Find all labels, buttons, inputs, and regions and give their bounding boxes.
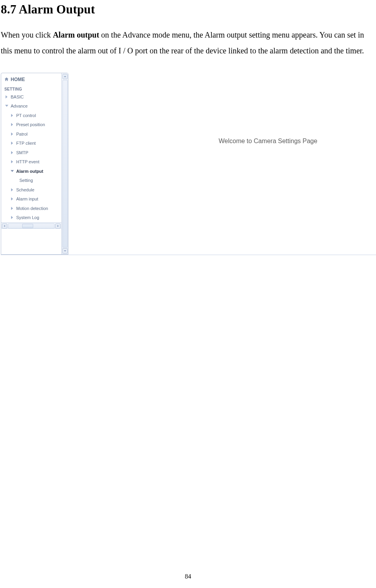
page-number: 84: [0, 573, 376, 580]
nav-item-label: Setting: [19, 178, 33, 183]
nav-item-label: Motion detection: [16, 206, 48, 211]
home-icon: [4, 77, 9, 82]
chevron-right-icon: [4, 95, 9, 99]
nav-basic-label: BASIC: [11, 95, 24, 99]
nav-item-alarm-input[interactable]: Alarm input: [2, 195, 61, 204]
nav-item-smtp[interactable]: SMTP: [2, 148, 61, 157]
nav-advance-label: Advance: [11, 104, 28, 108]
nav-item-alarm-output[interactable]: Alarm output: [2, 166, 61, 176]
settings-screenshot: HOME SETTING BASIC: [1, 73, 376, 255]
chevron-down-icon: [10, 169, 14, 173]
scroll-thumb[interactable]: [62, 80, 68, 248]
body-bold: Alarm output: [53, 30, 99, 39]
nav-item-ftp-client[interactable]: FTP client: [2, 139, 61, 148]
nav-item-label: Alarm input: [16, 197, 38, 201]
sidebar-hscrollbar[interactable]: [1, 222, 61, 229]
chevron-right-icon: [10, 187, 14, 192]
scroll-thumb[interactable]: [22, 224, 33, 228]
nav-item-label: PT control: [16, 113, 36, 118]
nav-tree: HOME SETTING BASIC: [1, 73, 61, 222]
nav-item-http-event[interactable]: HTTP event: [2, 157, 61, 167]
scroll-down-icon[interactable]: [62, 248, 68, 253]
body-pre: When you click: [1, 30, 53, 39]
section-title: 8.7 Alarm Output: [1, 2, 375, 17]
scroll-right-icon[interactable]: [55, 223, 60, 229]
welcome-text: Welcome to Camera Settings Page: [219, 138, 317, 145]
nav-advance[interactable]: Advance: [2, 102, 61, 111]
sidebar-vscrollbar[interactable]: [61, 73, 68, 254]
chevron-right-icon: [10, 123, 14, 127]
nav-item-label: Preset position: [16, 122, 45, 127]
nav-item-preset-position[interactable]: Preset position: [2, 120, 61, 130]
nav-home-label: HOME: [11, 77, 25, 82]
nav-item-label: Patrol: [16, 132, 28, 136]
scroll-left-icon[interactable]: [2, 223, 7, 229]
chevron-right-icon: [10, 141, 14, 146]
chevron-down-icon: [4, 104, 9, 108]
nav-item-patrol[interactable]: Patrol: [2, 129, 61, 139]
nav-item-label: Alarm output: [16, 169, 43, 174]
nav-group-setting: SETTING: [2, 84, 61, 92]
chevron-right-icon: [10, 160, 14, 164]
chevron-right-icon: [10, 132, 14, 136]
chevron-right-icon: [10, 197, 14, 201]
chevron-right-icon: [10, 206, 14, 210]
nav-item-label: SMTP: [16, 150, 28, 155]
scroll-track[interactable]: [8, 223, 55, 229]
nav-home[interactable]: HOME: [2, 75, 61, 84]
nav-item-pt-control[interactable]: PT control: [2, 111, 61, 120]
nav-basic[interactable]: BASIC: [2, 92, 61, 102]
nav-item-label: HTTP event: [16, 159, 40, 164]
chevron-right-icon: [10, 216, 14, 220]
nav-item-system-log[interactable]: System Log: [2, 213, 61, 223]
scroll-up-icon[interactable]: [62, 74, 68, 79]
nav-item-schedule[interactable]: Schedule: [2, 185, 61, 195]
nav-item-label: Schedule: [16, 187, 34, 192]
chevron-right-icon: [10, 150, 14, 155]
nav-item-label: FTP client: [16, 141, 36, 146]
content-pane: Welcome to Camera Settings Page: [68, 73, 376, 255]
nav-item-alarm-output-setting[interactable]: Setting: [2, 176, 61, 185]
chevron-right-icon: [10, 113, 14, 117]
nav-item-label: System Log: [16, 215, 39, 220]
sidebar: HOME SETTING BASIC: [1, 73, 68, 255]
nav-item-motion-detection[interactable]: Motion detection: [2, 204, 61, 213]
body-paragraph: When you click Alarm output on the Advan…: [1, 27, 375, 59]
